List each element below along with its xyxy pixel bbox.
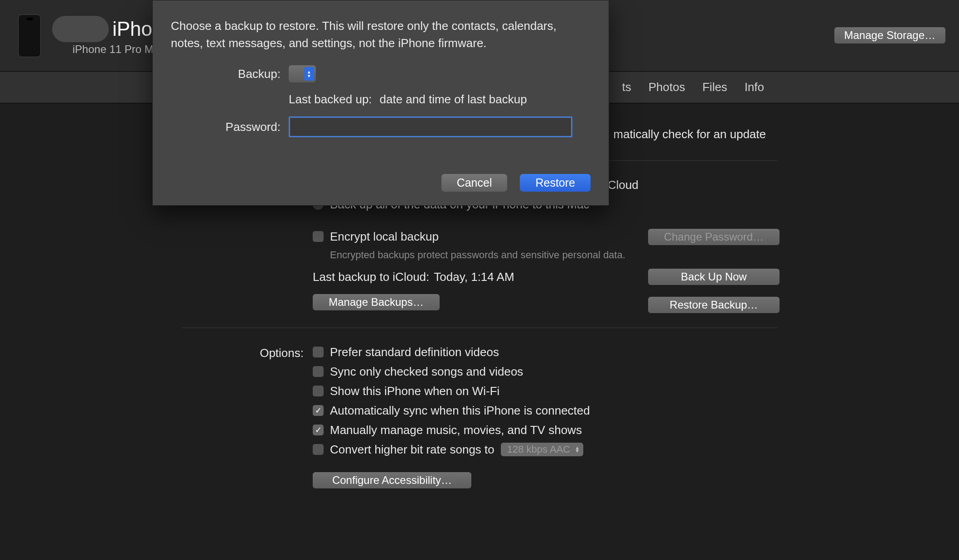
restore-button[interactable]: Restore: [520, 174, 591, 192]
device-model: iPhone 11 Pro Max: [73, 43, 165, 56]
encrypt-description: Encrypted backups protect passwords and …: [330, 249, 959, 261]
back-up-now-button[interactable]: Back Up Now: [648, 269, 780, 285]
manual-manage-label: Manually manage music, movies, and TV sh…: [330, 423, 582, 437]
chevron-up-down-icon: [304, 67, 314, 81]
last-backup-label: Last backup to iCloud:: [313, 270, 429, 284]
convert-bitrate-label: Convert higher bit rate songs to: [330, 443, 494, 457]
options-label: Options:: [0, 345, 313, 360]
backup-field-label: Backup:: [171, 67, 289, 81]
device-name-block: iPho iPhone 11 Pro Max: [52, 16, 165, 56]
last-backed-up-value: date and time of last backup: [379, 92, 527, 106]
configure-accessibility-button[interactable]: Configure Accessibility…: [313, 472, 471, 488]
backup-select[interactable]: [289, 65, 316, 82]
convert-bitrate-checkbox[interactable]: Convert higher bit rate songs to 128 kbp…: [313, 443, 959, 457]
restore-backup-dialog: Choose a backup to restore. This will re…: [152, 0, 609, 206]
checkbox-icon: [313, 347, 324, 357]
manage-storage-button[interactable]: Manage Storage…: [834, 27, 945, 43]
device-name: iPho: [112, 18, 152, 40]
change-password-button[interactable]: Change Password…: [648, 229, 780, 245]
checkbox-icon: [313, 366, 324, 377]
iphone-icon: [18, 14, 41, 57]
restore-backup-button[interactable]: Restore Backup…: [648, 297, 780, 313]
show-wifi-checkbox[interactable]: Show this iPhone when on Wi-Fi: [313, 384, 959, 398]
auto-sync-label: Automatically sync when this iPhone is c…: [330, 404, 590, 418]
bitrate-select[interactable]: 128 kbps AAC ▲▼: [501, 443, 583, 456]
checkbox-icon: [313, 231, 324, 242]
tab-files[interactable]: Files: [702, 80, 727, 94]
prefer-sd-label: Prefer standard definition videos: [330, 345, 499, 359]
checkbox-icon: [313, 386, 324, 396]
prefer-sd-checkbox[interactable]: Prefer standard definition videos: [313, 345, 959, 359]
divider: [181, 328, 778, 328]
auto-sync-checkbox[interactable]: Automatically sync when this iPhone is c…: [313, 404, 959, 418]
last-backup-value: Today, 1:14 AM: [434, 270, 514, 284]
tab-info[interactable]: Info: [745, 80, 764, 94]
last-backed-up-label: Last backed up:: [289, 92, 372, 106]
checkbox-icon: [313, 425, 324, 435]
tab-photos[interactable]: Photos: [649, 80, 685, 94]
sync-checked-label: Sync only checked songs and videos: [330, 365, 523, 379]
tab-partial[interactable]: ts: [622, 80, 631, 94]
encrypt-local-backup-label: Encrypt local backup: [330, 230, 439, 244]
sync-checked-checkbox[interactable]: Sync only checked songs and videos: [313, 365, 959, 379]
password-field-label: Password:: [171, 120, 289, 134]
checkbox-icon: [313, 405, 324, 416]
password-input[interactable]: [289, 116, 572, 137]
manage-backups-button[interactable]: Manage Backups…: [313, 294, 440, 310]
device-name-redacted: [52, 16, 109, 42]
bitrate-value: 128 kbps AAC: [507, 444, 570, 455]
dialog-description: Choose a backup to restore. This will re…: [171, 18, 591, 52]
encrypt-local-backup-checkbox[interactable]: Encrypt local backup: [313, 230, 959, 244]
chevron-up-down-icon: ▲▼: [575, 446, 580, 453]
cancel-button[interactable]: Cancel: [441, 174, 508, 192]
show-wifi-label: Show this iPhone when on Wi-Fi: [330, 384, 499, 398]
checkbox-icon: [313, 444, 324, 455]
manual-manage-checkbox[interactable]: Manually manage music, movies, and TV sh…: [313, 423, 959, 437]
